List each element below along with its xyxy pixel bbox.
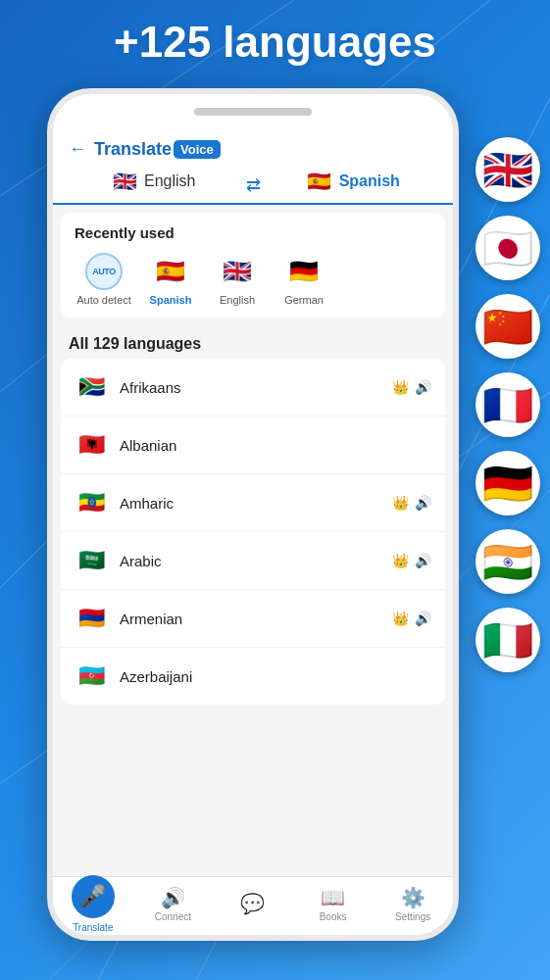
lang-row-armenian[interactable]: 🇦🇲 Armenian 👑 🔊: [61, 590, 445, 648]
float-france-flag: 🇫🇷: [475, 372, 540, 437]
app-logo: Translate Voice: [94, 139, 221, 160]
recent-spanish-flag: 🇪🇸: [152, 253, 189, 290]
amharic-flag: 🇪🇹: [75, 486, 108, 519]
nav-connect-label: Connect: [155, 911, 191, 922]
bottom-navigation: 🎤 Translate 🔊 Connect 💬 📖 Books ⚙️: [53, 876, 453, 935]
bubble-nav-icon: 💬: [240, 892, 265, 915]
language-list: 🇿🇦 Afrikaans 👑 🔊 🇦🇱 Albanian 🇪🇹 Amharic: [61, 359, 445, 705]
float-india-flag: 🇮🇳: [475, 529, 540, 594]
auto-detect-badge: AUTO: [85, 253, 123, 290]
nav-translate[interactable]: 🎤 Translate: [64, 875, 123, 933]
settings-nav-icon: ⚙️: [401, 886, 425, 909]
arabic-flag: 🇸🇦: [75, 544, 108, 577]
armenian-flag: 🇦🇲: [75, 602, 108, 635]
nav-books[interactable]: 📖 Books: [304, 886, 363, 922]
azerbaijani-flag: 🇦🇿: [75, 660, 108, 693]
lang-row-afrikaans[interactable]: 🇿🇦 Afrikaans 👑 🔊: [61, 359, 445, 416]
albanian-flag: 🇦🇱: [75, 428, 108, 462]
phone-content: ← Translate Voice 🇬🇧 English ⇄ 🇪🇸 Spanis…: [53, 129, 453, 935]
crown-icon: 👑: [392, 495, 409, 511]
afrikaans-name: Afrikaans: [120, 379, 380, 396]
back-button[interactable]: ←: [69, 139, 86, 160]
recent-items-list: AUTO Auto detect 🇪🇸 Spanish 🇬🇧 English 🇩…: [75, 253, 431, 306]
arabic-badges: 👑 🔊: [392, 553, 431, 568]
crown-icon: 👑: [392, 611, 409, 626]
source-language-tab[interactable]: 🇬🇧 English: [69, 168, 238, 203]
lang-row-amharic[interactable]: 🇪🇹 Amharic 👑 🔊: [61, 474, 445, 532]
float-germany-flag: 🇩🇪: [475, 451, 540, 515]
phone-inner: ← Translate Voice 🇬🇧 English ⇄ 🇪🇸 Spanis…: [53, 94, 453, 935]
recent-item-english[interactable]: 🇬🇧 English: [208, 253, 267, 306]
lang-row-albanian[interactable]: 🇦🇱 Albanian: [61, 416, 445, 474]
float-china-flag: 🇨🇳: [475, 294, 540, 359]
translate-nav-icon: 🎤: [72, 875, 115, 918]
hero-title: +125 languages: [0, 18, 550, 67]
recently-used-section: Recently used AUTO Auto detect 🇪🇸 Spanis…: [61, 213, 445, 318]
phone-frame: ← Translate Voice 🇬🇧 English ⇄ 🇪🇸 Spanis…: [47, 88, 459, 941]
recent-german-flag: 🇩🇪: [285, 253, 323, 290]
recently-used-title: Recently used: [75, 224, 431, 241]
voice-icon: 🔊: [415, 553, 431, 568]
armenian-badges: 👑 🔊: [392, 611, 431, 626]
recent-item-spanish[interactable]: 🇪🇸 Spanish: [141, 253, 200, 306]
books-nav-icon: 📖: [321, 886, 345, 909]
albanian-name: Albanian: [120, 437, 420, 454]
app-name-translate: Translate: [94, 139, 172, 160]
azerbaijani-name: Azerbaijani: [120, 668, 420, 685]
floating-flags: 🇬🇧 🇯🇵 🇨🇳 🇫🇷 🇩🇪 🇮🇳 🇮🇹: [475, 137, 540, 672]
recent-item-auto[interactable]: AUTO Auto detect: [75, 253, 133, 306]
amharic-badges: 👑 🔊: [392, 495, 431, 511]
switch-language-button[interactable]: ⇄: [238, 174, 269, 196]
afrikaans-flag: 🇿🇦: [75, 370, 108, 404]
recent-item-german[interactable]: 🇩🇪 German: [275, 253, 333, 306]
recent-item-auto-label: Auto detect: [76, 294, 131, 306]
nav-settings-label: Settings: [395, 911, 430, 922]
crown-icon: 👑: [392, 553, 409, 568]
recent-english-flag: 🇬🇧: [219, 253, 256, 290]
target-flag: 🇪🇸: [306, 168, 333, 195]
app-header: ← Translate Voice: [53, 129, 453, 160]
app-name-voice: Voice: [174, 140, 221, 159]
recent-item-spanish-label: Spanish: [150, 294, 192, 306]
amharic-name: Amharic: [120, 495, 380, 512]
nav-books-label: Books: [320, 911, 347, 922]
target-language-tab[interactable]: 🇪🇸 Spanish: [269, 168, 438, 203]
phone-notch: [194, 108, 312, 116]
voice-icon: 🔊: [415, 611, 431, 626]
lang-row-arabic[interactable]: 🇸🇦 Arabic 👑 🔊: [61, 532, 445, 590]
afrikaans-badges: 👑 🔊: [392, 379, 431, 395]
arabic-name: Arabic: [120, 553, 380, 569]
armenian-name: Armenian: [120, 611, 380, 627]
nav-bubble[interactable]: 💬: [224, 892, 282, 917]
float-uk-flag: 🇬🇧: [475, 137, 540, 202]
nav-connect[interactable]: 🔊 Connect: [143, 886, 202, 922]
crown-icon: 👑: [392, 379, 409, 395]
target-language-name: Spanish: [339, 172, 400, 190]
recent-item-english-label: English: [220, 294, 255, 306]
all-languages-title: All 129 languages: [53, 325, 453, 359]
nav-settings[interactable]: ⚙️ Settings: [383, 886, 442, 922]
lang-row-azerbaijani[interactable]: 🇦🇿 Azerbaijani: [61, 648, 445, 705]
float-japan-flag: 🇯🇵: [475, 216, 540, 280]
voice-icon: 🔊: [415, 495, 431, 511]
source-language-name: English: [144, 172, 195, 190]
nav-translate-label: Translate: [73, 922, 113, 933]
language-switcher-bar: 🇬🇧 English ⇄ 🇪🇸 Spanish: [53, 160, 453, 205]
source-flag: 🇬🇧: [111, 168, 138, 195]
float-italy-flag: 🇮🇹: [475, 608, 540, 672]
connect-nav-icon: 🔊: [161, 886, 185, 909]
voice-icon: 🔊: [415, 379, 431, 395]
recent-item-german-label: German: [284, 294, 324, 306]
